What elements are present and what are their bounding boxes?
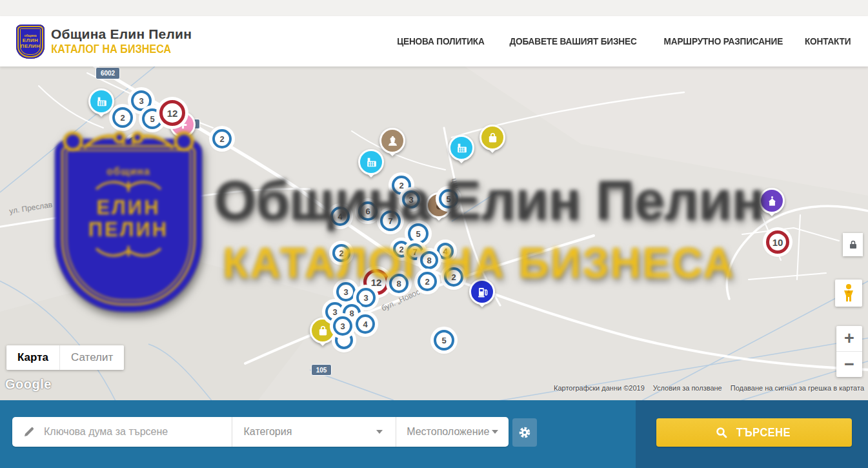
cluster-marker[interactable]: 6 [358,201,378,221]
cluster-marker[interactable]: 4 [330,207,350,226]
cluster-marker[interactable]: 4 [437,243,454,259]
bag-icon [479,125,505,150]
cluster-marker[interactable]: 3 [402,190,420,209]
map-canvas[interactable]: ул. Преславбул. „Новоселции“6002105 3251… [0,66,868,400]
lock-button[interactable] [843,233,863,256]
brand-logo[interactable]: община ЕЛИН ПЕЛИН Община Елин Пелин КАТА… [16,25,192,59]
pin-factory[interactable] [449,135,474,170]
google-logo[interactable]: Google [5,377,52,392]
map-type-control: Карта Сателит [6,345,124,370]
pegman-streetview-control[interactable] [835,280,862,307]
nav-item-pricing[interactable]: ЦЕНОВА ПОЛИТИКА [397,36,484,47]
cluster-marker[interactable]: 2 [212,129,232,148]
factory-icon [358,149,384,175]
cluster-marker[interactable]: 2 [418,272,437,291]
pin-church[interactable] [759,188,785,223]
pin-bag[interactable] [310,318,336,352]
keyword-section [12,417,232,447]
cluster-marker[interactable]: 3 [356,288,376,307]
cluster-marker[interactable]: 7 [380,210,401,231]
crest-line1: ЕЛИН [23,37,38,43]
factory-icon [449,135,474,161]
factory-icon [88,88,114,114]
attribution-report-link[interactable]: Подаване на сигнал за грешка в картата [731,384,864,392]
search-panel-right: ТЪРСЕНЕ [636,400,868,468]
zoom-out-button[interactable]: − [836,352,862,377]
zoom-in-button[interactable]: + [836,326,862,352]
municipality-crest-icon: община ЕЛИН ПЕЛИН [16,25,45,59]
attribution-copyright: Картографски данни ©2019 [554,384,645,392]
crest-line2: ПЕЛИН [21,43,41,49]
pin-fuel[interactable] [469,279,495,314]
church-icon [759,188,785,214]
cluster-marker[interactable]: 2 [332,244,350,262]
map-attribution: Картографски данни ©2019 Условия за полз… [554,384,864,392]
search-button[interactable]: ТЪРСЕНЕ [656,418,852,447]
keyword-search-input[interactable] [43,425,200,438]
cluster-marker[interactable]: 8 [389,274,409,293]
attribution-terms-link[interactable]: Условия за ползване [653,384,722,392]
nav-item-contacts[interactable]: КОНТАКТИ [805,36,851,47]
road-badge: 105 [311,364,332,376]
pin-bag[interactable] [479,125,505,159]
cluster-marker[interactable]: 10 [766,230,789,254]
pegman-icon [842,283,856,303]
fuel-icon [469,279,495,305]
map-type-map-button[interactable]: Карта [6,345,59,370]
pin-factory[interactable] [88,88,114,123]
cluster-marker[interactable]: 2 [444,267,463,287]
brand-text: Община Елин Пелин КАТАЛОГ НА БИЗНЕСА [51,26,192,56]
nav-item-add-business[interactable]: ДОБАВЕТЕ ВАШИЯТ БИЗНЕС [509,36,636,47]
cluster-marker[interactable]: 2 [112,107,133,128]
search-panel: ТЪРСЕНЕ Категория Местоположение [0,400,868,468]
road-badge: 6002 [96,67,120,79]
zoom-control: + − [836,326,862,377]
pin-factory[interactable] [358,149,384,184]
cluster-marker[interactable] [127,136,145,154]
cluster-marker[interactable]: 5 [439,189,458,209]
cluster-marker[interactable]: 8 [420,251,438,269]
padlock-icon [849,239,858,250]
brand-subtitle: КАТАЛОГ НА БИЗНЕСА [51,43,192,56]
cluster-marker[interactable]: 4 [356,314,375,334]
location-select-label: Местоположение [407,426,489,438]
cluster-marker[interactable]: 3 [131,90,152,111]
cluster-marker[interactable]: 12 [159,100,185,126]
category-select[interactable]: Категория [232,417,397,447]
pencil-icon [23,426,35,438]
bag-icon [310,318,336,343]
cluster-marker[interactable]: 3 [336,282,356,301]
main-nav: ЦЕНОВА ПОЛИТИКА ДОБАВЕТЕ ВАШИЯТ БИЗНЕС М… [391,36,868,47]
chevron-down-icon [376,430,383,434]
category-select-label: Категория [244,426,292,438]
chevron-down-icon [492,430,498,434]
brand-title: Община Елин Пелин [51,26,192,42]
cluster-marker[interactable]: 3 [333,316,352,336]
search-icon [716,427,727,438]
location-select[interactable]: Местоположение [396,417,509,447]
gear-icon [518,426,531,439]
site-header: община ЕЛИН ПЕЛИН Община Елин Пелин КАТА… [0,16,868,66]
cluster-marker[interactable]: 5 [408,223,429,244]
map-type-satellite-button[interactable]: Сателит [59,345,124,370]
search-bar: Категория Местоположение [12,417,509,447]
search-button-label: ТЪРСЕНЕ [736,426,790,440]
cluster-marker[interactable]: 5 [434,330,454,351]
nav-item-schedule[interactable]: МАРШРУТНО РАЗПИСАНИЕ [664,36,783,47]
advanced-search-button[interactable] [512,418,537,447]
page-top-strip [0,0,868,16]
